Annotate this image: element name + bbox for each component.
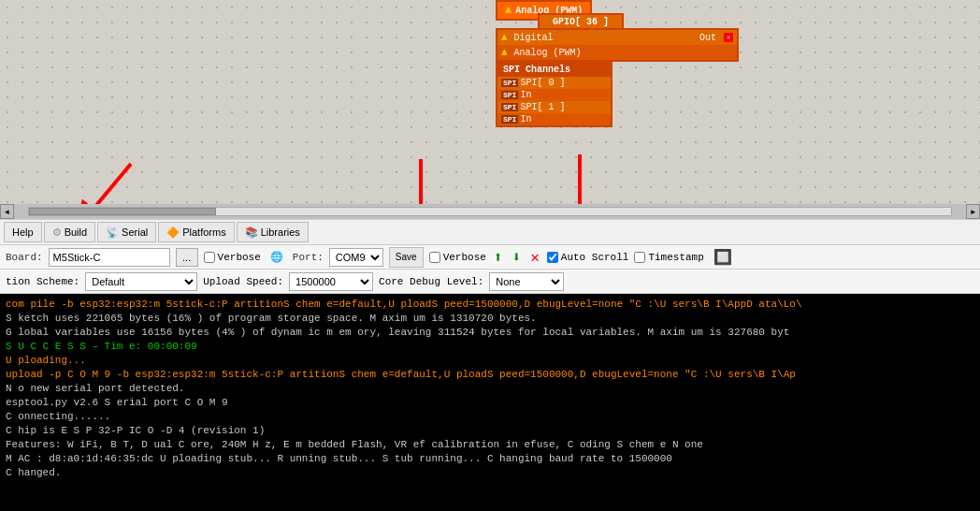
verbose-checkbox[interactable] <box>204 252 215 263</box>
timestamp-group: Timestamp <box>634 252 703 263</box>
download-icon: ⬇ <box>512 248 522 267</box>
console-line: U ploading... <box>6 354 974 368</box>
scrollbar-thumb[interactable] <box>29 208 216 215</box>
help-button[interactable]: Help <box>4 222 42 242</box>
stop-icon: ✕ <box>530 248 540 267</box>
scroll-left-btn[interactable]: ◄ <box>0 204 14 219</box>
spi-channels-block: SPI Channels SPI SPI[ 0 ] SPI In SPI SPI… <box>496 61 612 127</box>
build-button[interactable]: ⚙ Build <box>44 222 95 242</box>
digital-analog-block: ▲ Digital Out ✕ ▲ Analog (PWM) <box>496 28 739 62</box>
console-line: N o new serial port detected. <box>6 382 974 396</box>
auto-scroll-group: Auto Scroll <box>547 252 629 263</box>
console-line: esptool.py v2.6 S erial port C O M 9 <box>6 396 974 410</box>
timestamp-checkbox[interactable] <box>634 252 645 263</box>
port-select[interactable]: COM9 <box>329 248 383 267</box>
console-area: com pile -b esp32:esp32:m 5stick-c:P art… <box>0 294 980 511</box>
verbose2-checkbox-group: Verbose <box>429 252 486 263</box>
libraries-button[interactable]: 📚 Libraries <box>237 222 309 242</box>
console-line: C hanged. <box>6 466 974 480</box>
svg-line-3 <box>84 164 131 204</box>
verbose2-checkbox[interactable] <box>429 252 440 263</box>
platforms-button[interactable]: 🔶 Platforms <box>158 222 234 242</box>
auto-scroll-checkbox[interactable] <box>547 252 558 263</box>
upload-icon: ⬆ <box>494 248 503 267</box>
console-line: com pile -b esp32:esp32:m 5stick-c:P art… <box>6 298 974 312</box>
console-line: Features: W iFi, B T, D ual C ore, 240M … <box>6 438 974 452</box>
scroll-right-btn[interactable]: ► <box>966 204 980 219</box>
toolbar: Help ⚙ Build 📡 Serial 🔶 Platforms 📚 Libr… <box>0 219 980 245</box>
spi-channels-header: SPI Channels <box>497 63 611 77</box>
horizontal-scrollbar[interactable]: ◄ ► <box>0 204 980 219</box>
console-line: S ketch uses 221065 bytes (16% ) of prog… <box>6 312 974 326</box>
console-line: G lobal variables use 16156 bytes (4% ) … <box>6 326 974 340</box>
console-line: C onnecting...... <box>6 410 974 424</box>
config-bar: tion Scheme: Default Upload Speed: 15000… <box>0 270 980 294</box>
verbose-checkbox-group: Verbose <box>204 252 261 263</box>
serial-button[interactable]: 📡 Serial <box>97 222 156 242</box>
partition-select[interactable]: Default <box>85 272 197 291</box>
save-button[interactable]: Save <box>389 247 424 268</box>
clear-icon: 🔲 <box>713 248 732 267</box>
core-debug-select[interactable]: None <box>489 272 564 291</box>
board-bar: Board: ... Verbose 🌐 Port: COM9 Save Ver… <box>0 245 980 270</box>
console-line: C hip is E S P 32-P IC O -D 4 (revision … <box>6 424 974 438</box>
arrows-overlay <box>0 0 980 204</box>
console-line: M AC : d8:a0:1d:46:35:dc U ploading stub… <box>6 452 974 466</box>
console-line: upload -p C O M 9 -b esp32:esp32:m 5stic… <box>6 368 974 382</box>
board-input[interactable] <box>49 248 170 267</box>
board-dots-button[interactable]: ... <box>176 248 198 267</box>
scrollbar-track[interactable] <box>28 207 953 216</box>
canvas-area: ▲ Analog (PWM) GPIO[ 36 ] ▲ Digital Out … <box>0 0 980 204</box>
upload-speed-select[interactable]: 1500000 <box>289 272 373 291</box>
console-line: S U C C E S S – Tim e: 00:00:09 <box>6 340 974 354</box>
